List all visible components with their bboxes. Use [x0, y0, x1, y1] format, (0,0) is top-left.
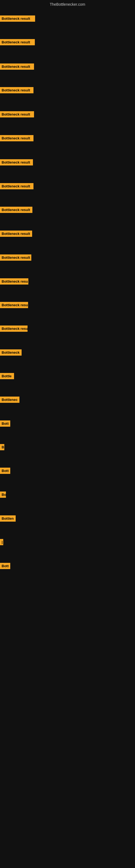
bottleneck-result-label: Bott	[0, 468, 10, 474]
bottleneck-result-label: Bo	[0, 492, 6, 498]
bottleneck-result-label: Bottleneck result	[0, 230, 32, 237]
bottleneck-result-label: Bottleneck result	[0, 254, 31, 261]
bottleneck-result-label: Bottleneck result	[0, 183, 34, 189]
bottleneck-result-label: Bottle	[0, 373, 14, 379]
bottleneck-result-label: B	[0, 444, 4, 450]
site-title: TheBottlenecker.com	[0, 2, 135, 6]
bottleneck-result-label: Bott	[0, 421, 10, 427]
bottleneck-result-label: Bottleneck resu	[0, 278, 28, 284]
bottleneck-result-label: Bottleneck result	[0, 111, 34, 118]
bottleneck-result-label: Bottlen	[0, 516, 16, 522]
bottleneck-result-label: Bottleneck result	[0, 16, 35, 22]
bottleneck-result-label: Bottleneck result	[0, 39, 35, 45]
bottleneck-result-label: Bottleneck resu	[0, 326, 28, 332]
bottleneck-result-label: Bottleneck resu	[0, 302, 28, 308]
bottleneck-result-label: Bottleneck result	[0, 207, 32, 213]
bottleneck-result-label: Bottleneck	[0, 349, 21, 355]
bottleneck-result-label: Bottleneck result	[0, 135, 34, 141]
bottleneck-result-label: Bottleneck result	[0, 87, 34, 93]
bottleneck-result-label: Bott	[0, 563, 10, 569]
bottleneck-result-label: Bottlenec	[0, 397, 19, 403]
bottleneck-result-label: Bottleneck result	[0, 159, 33, 165]
bottleneck-result-label: Bottleneck result	[0, 63, 34, 70]
bottleneck-result-label: |	[0, 539, 3, 545]
